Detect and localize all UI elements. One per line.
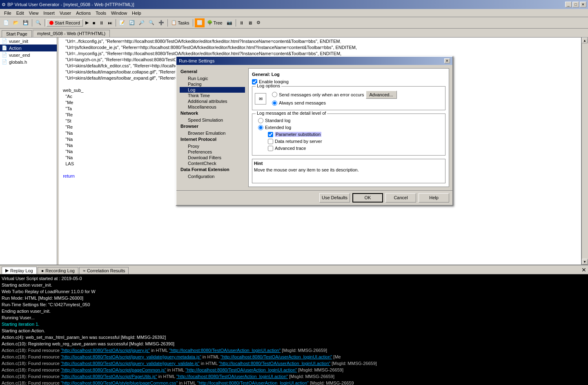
open-icon: 📂 bbox=[13, 20, 19, 25]
menu-window[interactable]: Window bbox=[109, 10, 129, 16]
dialog-body: General Run Logic Pacing Log Think Time … bbox=[176, 65, 452, 190]
toolbar-btn-4[interactable]: 📝 bbox=[118, 18, 127, 27]
close-bottom-panel-btn[interactable]: ✕ bbox=[580, 267, 588, 273]
menu-vuser[interactable]: Vuser bbox=[57, 10, 74, 16]
stop-btn[interactable]: ■ bbox=[91, 18, 97, 27]
record-dot-icon bbox=[49, 21, 53, 25]
toolbar-btn-6[interactable]: 🔎 bbox=[137, 18, 146, 27]
tree-browser-emulation[interactable]: Browser Emulation bbox=[180, 130, 245, 136]
new-btn[interactable]: 📄 bbox=[2, 18, 11, 27]
send-on-error-radio[interactable] bbox=[272, 92, 277, 97]
tree-contentcheck[interactable]: ContentCheck bbox=[180, 160, 245, 166]
dialog-tree: General Run Logic Pacing Log Think Time … bbox=[180, 68, 245, 187]
tree-configuration[interactable]: Configuration bbox=[180, 174, 245, 179]
insert-icon: ➕ bbox=[158, 20, 164, 25]
help-btn[interactable]: Help bbox=[419, 193, 449, 203]
adv-trace-checkbox[interactable] bbox=[268, 146, 273, 151]
action-label: Action bbox=[9, 46, 22, 51]
tree-section-general[interactable]: General bbox=[180, 68, 245, 75]
tab-correlation-results[interactable]: ≈ Correlation Results bbox=[79, 267, 129, 274]
extended-log-radio[interactable] bbox=[258, 125, 263, 130]
use-defaults-btn[interactable]: Use Defaults bbox=[319, 193, 350, 203]
tab-start-page[interactable]: Start Page bbox=[2, 30, 32, 37]
tree-pacing[interactable]: Pacing bbox=[180, 81, 245, 87]
pause-btn[interactable]: ⏸ bbox=[98, 18, 105, 27]
tree-misc[interactable]: Miscellaneous bbox=[180, 104, 245, 110]
toolbar-btn-11[interactable]: 📷 bbox=[225, 18, 234, 27]
menu-actions[interactable]: Actions bbox=[74, 10, 93, 16]
param-sub-checkbox[interactable] bbox=[268, 132, 273, 137]
log-link-3: "http://localhost:8080/TestOA/script/jqu… bbox=[61, 354, 201, 359]
find-btn[interactable]: 🔍 bbox=[34, 18, 43, 27]
log-content[interactable]: Virtual User Script started at : 2019-05… bbox=[0, 274, 588, 385]
detail-radios: Standard log Extended log Parameter subs… bbox=[255, 118, 443, 151]
close-btn[interactable]: ✕ bbox=[580, 2, 586, 7]
tree-item-action[interactable]: 📄 Action bbox=[0, 45, 57, 51]
tab-mytest[interactable]: mytest_0508 - Web (HTTP/HTML) bbox=[33, 30, 110, 37]
advanced-btn[interactable]: Advanced... bbox=[366, 91, 397, 99]
minimize-btn[interactable]: _ bbox=[565, 2, 572, 7]
tree-section-internet[interactable]: Internet Protocol bbox=[180, 136, 245, 142]
recording-log-label: Recording Log bbox=[45, 268, 75, 273]
start-record-btn[interactable]: Start Record bbox=[47, 19, 83, 27]
tab-replay-log[interactable]: ▶ Replay Log bbox=[2, 267, 37, 274]
play-icon: ▶ bbox=[85, 20, 89, 25]
dialog-close-btn[interactable]: ✕ bbox=[444, 58, 450, 63]
menu-view[interactable]: View bbox=[27, 10, 41, 16]
window-title: BP Virtual User Generator - [mytest_0508… bbox=[7, 2, 134, 7]
tree-item-vuser-end[interactable]: 📄 vuser_end bbox=[0, 51, 57, 58]
data-returned-checkbox[interactable] bbox=[268, 139, 273, 144]
tree-preferences[interactable]: Preferences bbox=[180, 149, 245, 155]
tree-section-network[interactable]: Network bbox=[180, 110, 245, 116]
toolbar-btn-7[interactable]: 🔍 bbox=[147, 18, 156, 27]
toolbar-btn-9[interactable]: ⬜ bbox=[195, 18, 205, 27]
tree-download-filters[interactable]: Download Filters bbox=[180, 155, 245, 160]
toolbar-btn-14[interactable]: ⚙ bbox=[255, 18, 262, 27]
start-record-label: Start Record bbox=[55, 20, 80, 25]
tree-think-time[interactable]: Think Time bbox=[180, 93, 245, 98]
tree-run-logic[interactable]: Run Logic bbox=[180, 76, 245, 81]
toolbar-btn-12[interactable]: ⏸ bbox=[238, 18, 245, 27]
tree-additional[interactable]: Additional attributes bbox=[180, 98, 245, 104]
standard-log-radio[interactable] bbox=[258, 118, 263, 123]
log-link-12: "http://localhost:8080/TestOA/userAction… bbox=[197, 381, 309, 385]
tree-section-browser[interactable]: Browser bbox=[180, 123, 245, 129]
always-send-label: Always send messages bbox=[279, 100, 326, 105]
recording-icon: ● bbox=[41, 268, 44, 273]
log-line-2: Starting action vuser_init. bbox=[2, 282, 586, 288]
code-scrollbar-v[interactable]: ▲ ▼ bbox=[581, 38, 588, 265]
menu-tools[interactable]: Tools bbox=[93, 10, 109, 16]
open-btn[interactable]: 📂 bbox=[11, 18, 20, 27]
tree-item-vuser-init[interactable]: 📄 vuser_init bbox=[0, 38, 57, 45]
menu-help[interactable]: Help bbox=[129, 10, 144, 16]
toolbar-btn-8[interactable]: ➕ bbox=[157, 18, 166, 27]
toolbar-btn-13[interactable]: 🖥 bbox=[246, 18, 254, 27]
ok-btn[interactable]: OK bbox=[352, 193, 383, 203]
cancel-btn[interactable]: Cancel bbox=[385, 193, 416, 203]
save-btn[interactable]: 💾 bbox=[21, 18, 30, 27]
scroll-up-btn[interactable]: ▲ bbox=[582, 38, 588, 43]
tree-item-globals[interactable]: 📄 globals.h bbox=[0, 58, 57, 65]
always-send-radio[interactable] bbox=[272, 100, 277, 106]
log-link-1: "http://localhost:8080/TestOA/script/jqu… bbox=[61, 348, 150, 353]
step-btn[interactable]: ⏭ bbox=[106, 18, 114, 27]
menu-file[interactable]: File bbox=[2, 10, 14, 16]
toolbar-btn-10[interactable]: 🌳 Tree bbox=[205, 18, 224, 27]
standard-log-label: Standard log bbox=[265, 118, 290, 123]
tree-proxy[interactable]: Proxy bbox=[180, 143, 245, 149]
scroll-down-btn[interactable]: ▼ bbox=[582, 259, 588, 265]
maximize-btn[interactable]: □ bbox=[572, 2, 579, 7]
menu-insert[interactable]: Insert bbox=[41, 10, 57, 16]
tree-speed-sim[interactable]: Speed Simulation bbox=[180, 117, 245, 123]
hint-title: Hint bbox=[254, 161, 443, 166]
tree-log[interactable]: Log bbox=[180, 87, 245, 93]
menu-edit[interactable]: Edit bbox=[14, 10, 27, 16]
tab-recording-log[interactable]: ● Recording Log bbox=[38, 267, 78, 274]
toolbar-btn-5[interactable]: 🔄 bbox=[127, 18, 136, 27]
dialog-content: General: Log Enable logging Log options … bbox=[248, 68, 449, 187]
dialog-title-text: Run-time Settings bbox=[179, 58, 214, 63]
tree-section-data-format[interactable]: Data Format Extension bbox=[180, 166, 245, 173]
tree-label: Tree bbox=[214, 20, 223, 25]
tasks-btn[interactable]: 📋 Tasks bbox=[169, 18, 191, 27]
play-btn[interactable]: ▶ bbox=[84, 18, 90, 27]
